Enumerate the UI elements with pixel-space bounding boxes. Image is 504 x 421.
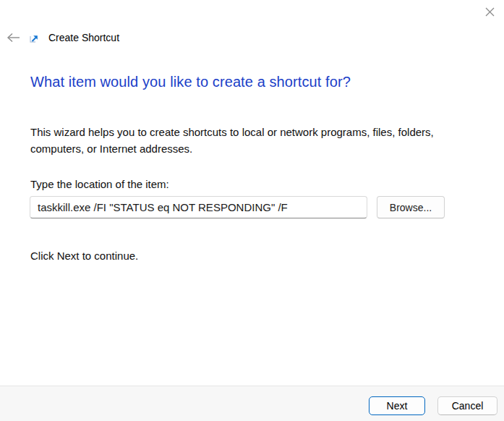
shortcut-arrow-icon	[29, 33, 39, 43]
browse-button[interactable]: Browse...	[377, 196, 445, 218]
location-input[interactable]	[30, 196, 367, 218]
footer-bar	[0, 386, 504, 421]
page-title: Create Shortcut	[48, 32, 119, 43]
back-arrow-icon	[7, 33, 21, 43]
location-label: Type the location of the item:	[30, 178, 169, 190]
next-hint-text: Click Next to continue.	[30, 250, 138, 262]
next-button[interactable]: Next	[369, 396, 425, 415]
close-icon	[484, 7, 495, 17]
cancel-button[interactable]: Cancel	[437, 396, 497, 415]
wizard-heading: What item would you like to create a sho…	[30, 74, 351, 90]
description-line-2: computers, or Internet addresses.	[30, 140, 434, 157]
close-button[interactable]	[479, 3, 500, 20]
description-line-1: This wizard helps you to create shortcut…	[30, 124, 434, 140]
create-shortcut-dialog: Create Shortcut What item would you like…	[0, 0, 504, 421]
back-button[interactable]	[4, 30, 23, 46]
wizard-description: This wizard helps you to create shortcut…	[30, 124, 434, 157]
